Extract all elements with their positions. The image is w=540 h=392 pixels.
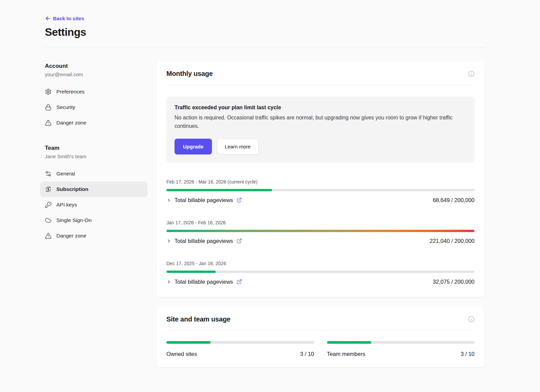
external-link-icon[interactable]	[237, 197, 242, 203]
external-link-icon[interactable]	[237, 238, 242, 244]
sidebar-item-single-sign-on[interactable]: Single Sign-On	[40, 213, 147, 228]
card-divider	[166, 85, 475, 85]
back-link-label: Back to sites	[53, 16, 84, 21]
owned-sites-meter: Owned sites 3 / 10	[166, 341, 314, 357]
sidebar-item-label: API keys	[56, 202, 77, 208]
sidebar-item-security[interactable]: Security	[40, 100, 147, 115]
account-section: Account your@email.com Preferences Secur…	[45, 63, 157, 131]
sidebar-item-account-danger-zone[interactable]: Danger zone	[40, 115, 147, 131]
owned-sites-track	[166, 341, 314, 344]
sidebar-item-label: Danger zone	[56, 233, 86, 239]
sidebar-item-label: Subscription	[56, 186, 88, 192]
info-icon[interactable]	[468, 316, 475, 323]
notice-body: No action is required. Occasional traffi…	[174, 114, 466, 131]
team-members-value: 3 / 10	[461, 351, 475, 357]
billable-pageviews-toggle[interactable]: Total billable pageviews	[166, 238, 242, 244]
monthly-usage-title: Monthly usage	[166, 70, 213, 78]
account-section-title: Account	[45, 63, 157, 69]
team-section-title: Team	[45, 145, 157, 151]
gear-icon	[45, 88, 52, 95]
header-divider	[45, 47, 484, 48]
chevron-right-icon	[166, 279, 171, 284]
dollar-refresh-icon	[45, 186, 52, 193]
billable-pageviews-toggle[interactable]: Total billable pageviews	[166, 279, 242, 285]
arrow-left-icon	[45, 16, 51, 21]
usage-progress-track	[166, 189, 475, 191]
usage-cycle-current: Feb 17, 2026 - Mar 16, 2026 (current cyc…	[166, 179, 475, 203]
key-icon	[45, 201, 52, 208]
usage-value: 32,075 / 200,000	[433, 279, 475, 285]
cycle-date-range: Feb 17, 2026 - Mar 16, 2026 (current cyc…	[166, 179, 475, 185]
metric-label: Total billable pageviews	[174, 197, 233, 203]
cloud-icon	[45, 217, 52, 224]
sidebar-item-label: Preferences	[56, 89, 85, 95]
sliders-icon	[45, 170, 52, 177]
learn-more-button[interactable]: Learn more	[217, 139, 259, 155]
usage-progress-track	[166, 230, 475, 232]
usage-progress-fill-over-limit	[166, 230, 475, 232]
warning-triangle-icon	[45, 119, 52, 126]
usage-value: 68,649 / 200,000	[433, 197, 475, 203]
team-section: Team Jane Smith's team General Subscript…	[45, 145, 157, 244]
sidebar-item-label: General	[56, 171, 75, 177]
settings-sidebar: Account your@email.com Preferences Secur…	[45, 61, 157, 244]
chevron-right-icon	[166, 239, 171, 244]
monthly-usage-card: Monthly usage Traffic exceeded your plan…	[157, 61, 484, 297]
site-team-usage-card: Site and team usage Owned sites 3 / 10	[157, 306, 484, 367]
cycle-date-range: Jan 17, 2026 - Feb 16, 2026	[166, 220, 475, 225]
traffic-exceeded-notice: Traffic exceeded your plan limit last cy…	[166, 96, 475, 163]
site-team-usage-title: Site and team usage	[166, 315, 231, 323]
owned-sites-fill	[166, 341, 211, 344]
sidebar-item-label: Security	[56, 104, 75, 110]
card-divider	[166, 330, 475, 331]
upgrade-button[interactable]: Upgrade	[174, 139, 212, 155]
team-members-label: Team members	[327, 351, 366, 357]
usage-progress-fill	[166, 271, 216, 273]
usage-value: 221,040 / 200,000	[430, 238, 475, 244]
chevron-right-icon	[166, 198, 171, 203]
sidebar-item-subscription[interactable]: Subscription	[40, 181, 147, 197]
team-name: Jane Smith's team	[45, 153, 157, 159]
usage-cycle-previous: Jan 17, 2026 - Feb 16, 2026 Total billab…	[166, 220, 475, 244]
page-title: Settings	[45, 26, 484, 38]
warning-triangle-icon	[45, 232, 52, 239]
sidebar-item-preferences[interactable]: Preferences	[40, 84, 147, 100]
account-email: your@email.com	[45, 72, 157, 77]
cycle-date-range: Dec 17, 2025 - Jan 16, 2026	[166, 261, 475, 266]
lock-icon	[45, 104, 52, 111]
team-members-fill	[327, 341, 371, 344]
owned-sites-value: 3 / 10	[300, 351, 314, 357]
notice-title: Traffic exceeded your plan limit last cy…	[174, 105, 466, 111]
metric-label: Total billable pageviews	[174, 238, 233, 244]
usage-cycle-older: Dec 17, 2025 - Jan 16, 2026 Total billab…	[166, 261, 475, 285]
sidebar-item-general[interactable]: General	[40, 166, 147, 181]
back-to-sites-link[interactable]: Back to sites	[45, 16, 84, 21]
settings-page: Back to sites Settings Account your@emai…	[0, 0, 540, 367]
billable-pageviews-toggle[interactable]: Total billable pageviews	[166, 197, 242, 203]
metric-label: Total billable pageviews	[174, 279, 233, 285]
sidebar-item-api-keys[interactable]: API keys	[40, 197, 147, 213]
usage-progress-track	[166, 271, 475, 273]
team-members-meter: Team members 3 / 10	[327, 341, 475, 357]
external-link-icon[interactable]	[237, 279, 242, 284]
sidebar-item-label: Danger zone	[56, 120, 86, 126]
info-icon[interactable]	[468, 71, 475, 77]
sidebar-item-team-danger-zone[interactable]: Danger zone	[40, 228, 147, 244]
team-members-track	[327, 341, 475, 344]
owned-sites-label: Owned sites	[166, 351, 197, 357]
sidebar-item-label: Single Sign-On	[56, 217, 91, 223]
usage-progress-fill	[166, 189, 272, 191]
